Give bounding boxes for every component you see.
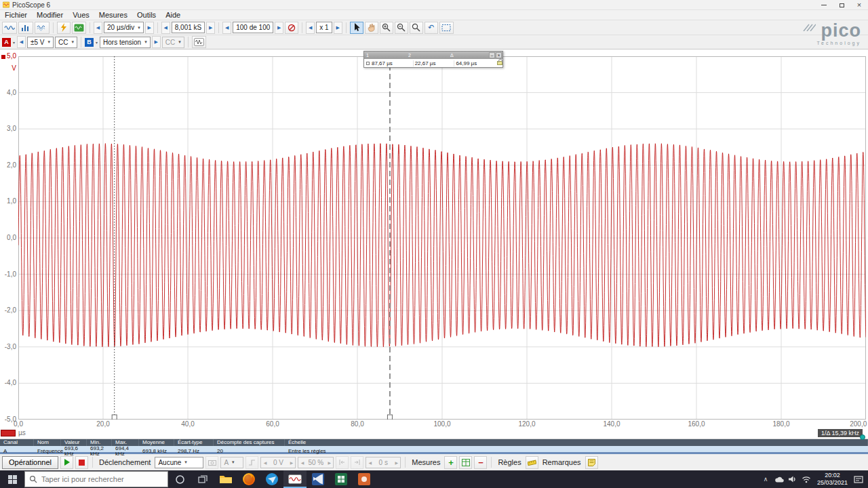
measurement-column-header[interactable]: Nom (34, 439, 61, 446)
measurement-column-header[interactable]: Échelle (285, 439, 868, 446)
samples-decrease-button[interactable]: ◀ (161, 22, 170, 34)
auto-setup-button[interactable] (57, 22, 71, 34)
hidden-icons-chevron[interactable]: ∧ (759, 470, 772, 488)
spinner-right-arrow-icon: ▶ (393, 460, 400, 465)
y-axis: 5,04,03,02,01,00,0-1,0-2,0-3,0-4,0-5,0 (0, 49, 17, 429)
x-axis-offset-indicator[interactable] (1, 430, 16, 436)
taskbar-thunderbird[interactable] (260, 470, 283, 488)
zoom-out-tool-button[interactable] (395, 22, 408, 34)
channel-a-range-prev-button[interactable]: ◀ (17, 36, 26, 48)
task-view-icon (198, 475, 208, 484)
legend-close-button[interactable]: × (496, 52, 502, 58)
volume-icon[interactable] (786, 470, 800, 488)
measurement-row[interactable]: AFréquence693,6 kHz693,2 kHz694,4 kHz693… (0, 446, 868, 452)
menu-fichier[interactable]: Fichier (0, 10, 32, 20)
ruler-legend-window[interactable]: 1 2 Δ – × 87,67 µs 22,67 µs 64,99 µs (363, 51, 503, 68)
timebase-next-button[interactable]: ▶ (145, 22, 154, 34)
time-ruler-handle[interactable] (112, 415, 117, 420)
menu-modifier[interactable]: Modifier (32, 10, 68, 20)
spectrum-view-button[interactable] (18, 22, 33, 34)
taskbar-excel[interactable] (330, 470, 353, 488)
legend-minimize-button[interactable]: – (489, 52, 495, 58)
x-axis: 0,020,040,060,080,0100,0120,0140,0160,01… (0, 420, 868, 429)
delete-measurement-button[interactable]: − (474, 456, 487, 469)
buffer-next-button[interactable]: ▶ (275, 22, 283, 34)
zoom-decrease-button[interactable]: ◀ (306, 22, 315, 34)
buffer-prev-button[interactable]: ◀ (222, 22, 231, 34)
buffer-position-field[interactable]: 100 de 100 (233, 22, 273, 33)
minimize-button[interactable] (815, 0, 833, 10)
channel-b-range-select[interactable]: Hors tension▾ (100, 37, 151, 48)
pan-tool-button[interactable] (365, 22, 378, 34)
zoom-factor-field[interactable]: x 1 (316, 22, 332, 33)
edit-measurement-button[interactable] (459, 456, 472, 469)
start-capture-button[interactable] (60, 456, 73, 469)
undo-zoom-button[interactable]: ↶ (425, 22, 438, 34)
pointer-tool-button[interactable] (350, 22, 363, 34)
samples-field[interactable]: 8,001 kS (172, 22, 205, 33)
play-icon (64, 459, 70, 466)
menu-vues[interactable]: Vues (68, 10, 94, 20)
menu-mesures[interactable]: Mesures (94, 10, 132, 20)
taskbar-search-input[interactable] (41, 475, 150, 483)
x-axis-unit-row: µs 1/Δ 15,39 kHz (0, 429, 868, 439)
trigger-mode-select[interactable]: Aucune▾ (155, 457, 203, 468)
measurement-column-header[interactable]: Canal (0, 439, 34, 446)
ruler-handle-dot[interactable] (860, 434, 865, 440)
menu-outils[interactable]: Outils (132, 10, 161, 20)
persistence-view-button[interactable] (35, 22, 50, 34)
zoom-increase-button[interactable]: ▶ (334, 22, 342, 34)
ruler-legend-titlebar[interactable]: 1 2 Δ – × (364, 52, 502, 59)
firefox-icon (242, 472, 256, 486)
stop-capture-button[interactable] (75, 456, 88, 469)
taskbar-app-orange[interactable] (353, 470, 376, 488)
samples-increase-button[interactable]: ▶ (206, 22, 215, 34)
zoom-in-tool-button[interactable] (380, 22, 393, 34)
restore-button[interactable] (833, 0, 850, 10)
taskbar-vscode[interactable] (307, 470, 330, 488)
channel-b-range-next-button[interactable]: ▶ (152, 36, 161, 48)
timebase-prev-button[interactable]: ◀ (94, 22, 102, 34)
notes-button[interactable] (585, 456, 598, 469)
close-button[interactable]: × (850, 0, 868, 10)
probe-settings-button[interactable] (192, 36, 206, 48)
measurement-column-header[interactable]: Décompte des captures (214, 439, 285, 446)
network-icon[interactable] (800, 470, 813, 488)
onedrive-icon[interactable] (772, 470, 786, 488)
rules-button[interactable] (526, 456, 538, 469)
zoom-full-tool-button[interactable] (410, 22, 423, 34)
taskbar-file-explorer[interactable] (214, 470, 237, 488)
waveform-plot[interactable] (18, 56, 866, 420)
camera-icon (208, 459, 216, 466)
buffer-disable-button[interactable] (285, 22, 298, 34)
scope-view-button[interactable] (2, 22, 17, 34)
task-view-button[interactable] (191, 470, 214, 488)
cortana-button[interactable] (168, 470, 191, 488)
timebase-select[interactable]: 20 µs/div▾ (104, 22, 144, 33)
channel-a-badge[interactable]: A (2, 38, 11, 47)
measurement-cell: Fréquence (34, 449, 61, 454)
chevron-down-icon: ▾ (96, 40, 98, 45)
channel-a-range-select[interactable]: ±5 V▾ (27, 37, 54, 48)
marquee-zoom-button[interactable] (439, 22, 454, 34)
measurement-column-header[interactable]: Moyenne (139, 439, 174, 446)
measurement-column-header[interactable]: Écart-type (174, 439, 214, 446)
channel-a-coupling-select[interactable]: CC▾ (55, 37, 77, 48)
lock-icon[interactable] (497, 61, 502, 65)
chevron-down-icon: ▾ (13, 40, 15, 45)
start-button[interactable] (0, 470, 24, 488)
action-center-button[interactable] (852, 470, 865, 488)
signal-generator-button[interactable] (72, 22, 86, 34)
time-ruler-handle[interactable] (387, 415, 392, 420)
channel-b-badge[interactable]: B (85, 38, 94, 47)
menu-aide[interactable]: Aide (161, 10, 185, 20)
taskbar-search[interactable] (24, 471, 168, 487)
chevron-down-icon: ▾ (144, 39, 147, 45)
ruler-icon (528, 459, 536, 466)
orange-app-icon (358, 473, 370, 485)
run-stop-button[interactable]: Opérationnel (2, 456, 58, 469)
add-measurement-button[interactable]: + (444, 456, 457, 469)
taskbar-picoscope[interactable] (283, 470, 307, 488)
taskbar-clock[interactable]: 20:02 25/03/2021 (813, 472, 852, 487)
taskbar-firefox[interactable] (237, 470, 260, 488)
